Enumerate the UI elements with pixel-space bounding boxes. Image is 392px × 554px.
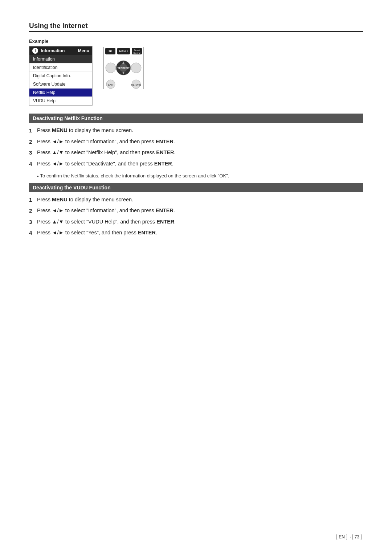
circle-right — [131, 63, 141, 73]
netflix-note: • To confirm the Netflix status, check t… — [37, 173, 363, 181]
vudu-steps: 1 Press MENU to display the menu screen.… — [29, 196, 363, 237]
menu-item-0: Information — [29, 55, 92, 63]
info-icon: i — [32, 48, 38, 54]
netflix-steps: 1 Press MENU to display the menu screen.… — [29, 127, 363, 168]
menu-item-3: Software Update — [29, 80, 92, 89]
netflix-step-1: 1 Press MENU to display the menu screen. — [29, 127, 363, 135]
remote-mockup: 3D MENU Smart Central ENTER — [100, 46, 147, 91]
netflix-step-2: 2 Press ◄/► to select "Information", and… — [29, 138, 363, 146]
vudu-step-1: 1 Press MENU to display the menu screen. — [29, 196, 363, 204]
netflix-section-title: Deactivating Netflix Function — [29, 114, 363, 123]
page-footer: EN · 73 — [336, 534, 363, 539]
page-container: Using the Internet Example i Information… — [0, 0, 392, 264]
netflix-step-3: 3 Press ▲/▼ to select "Netflix Help", an… — [29, 149, 363, 157]
exit-label: EXIT — [108, 83, 113, 86]
footer-page-number: 73 — [352, 534, 362, 540]
btn-smart-central-label: Smart — [134, 49, 140, 51]
menu-item-5: VUDU Help — [29, 97, 92, 105]
menu-header-label: Information — [41, 48, 65, 53]
btn-3d-label: 3D — [109, 50, 112, 53]
footer-lang: EN — [336, 534, 347, 540]
btn-smart-central-label2: Central — [133, 52, 140, 54]
example-area: i Information Menu Information Identific… — [29, 46, 363, 106]
vudu-step-2: 2 Press ◄/► to select "Information", and… — [29, 207, 363, 215]
menu-header-menu: Menu — [78, 48, 89, 53]
example-label: Example — [29, 38, 363, 44]
menu-item-1: Identification — [29, 63, 92, 72]
menu-mockup: i Information Menu Information Identific… — [29, 46, 93, 106]
section-header: Using the Internet — [29, 22, 363, 32]
remote-svg: 3D MENU Smart Central ENTER — [100, 46, 147, 90]
menu-header: i Information Menu — [29, 46, 92, 55]
btn-menu-label: MENU — [119, 50, 128, 53]
vudu-step-4: 4 Press ◄/► to select "Yes", and then pr… — [29, 229, 363, 237]
netflix-step-4: 4 Press ◄/► to select "Deactivate", and … — [29, 160, 363, 168]
return-label: RETURN — [131, 83, 141, 86]
vudu-section-title: Deactivating the VUDU Function — [29, 183, 363, 192]
circle-left — [106, 63, 116, 73]
menu-item-4: Netflix Help — [29, 89, 92, 97]
page-title: Using the Internet — [29, 22, 363, 30]
enter-label: ENTER — [119, 67, 128, 69]
menu-item-2: Digital Caption Info. — [29, 72, 92, 80]
vudu-step-3: 3 Press ▲/▼ to select "VUDU Help", and t… — [29, 218, 363, 226]
